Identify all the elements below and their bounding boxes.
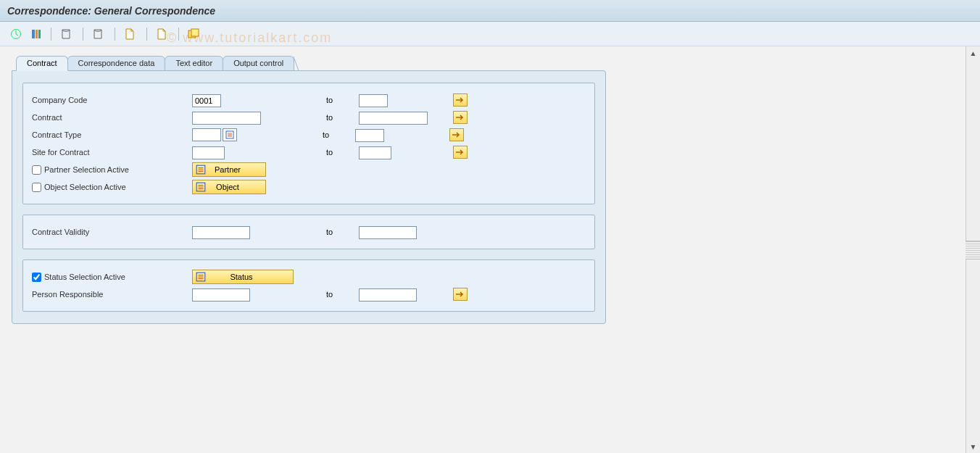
label-person-responsible: Person Responsible: [29, 290, 192, 299]
tab-contract[interactable]: Contract: [16, 56, 68, 71]
status-selection-active-check[interactable]: Status Selection Active: [29, 273, 192, 282]
site-multiselect[interactable]: [453, 146, 468, 159]
selection-icon: [196, 182, 206, 192]
validity-to[interactable]: [359, 226, 417, 239]
label-to: to: [326, 113, 359, 122]
label-contract: Contract: [29, 113, 192, 122]
last-log-button[interactable]: [57, 27, 77, 41]
execute-button[interactable]: [7, 27, 25, 41]
contract-multiselect[interactable]: [453, 111, 468, 124]
page-title: Correspondence: General Correspondence: [7, 5, 215, 17]
contract-type-help-button[interactable]: [223, 128, 237, 141]
contract-type-to[interactable]: [355, 129, 384, 142]
partner-button[interactable]: Partner: [192, 162, 266, 177]
toolbar-separator: [146, 28, 147, 41]
validity-from[interactable]: [192, 226, 250, 239]
company-code-from[interactable]: [192, 94, 221, 107]
partner-selection-active-check[interactable]: Partner Selection Active: [29, 165, 192, 175]
label-to: to: [326, 290, 359, 299]
group-validity: Contract Validity to: [22, 215, 595, 249]
last-doc-creation-button[interactable]: [121, 27, 141, 41]
status-button[interactable]: Status: [192, 270, 294, 284]
status-selection-checkbox[interactable]: [32, 273, 41, 282]
main-content: Contract Correspondence data Text editor…: [0, 46, 964, 453]
overview-log-button[interactable]: [89, 27, 109, 41]
contract-to[interactable]: [359, 112, 428, 125]
contract-panel: Company Code to Contract to Contract Typ…: [12, 70, 606, 324]
selection-via-sets-button[interactable]: [185, 27, 204, 41]
label-contract-type: Contract Type: [29, 130, 192, 139]
selection-icon: [196, 165, 206, 175]
tabstrip: Contract Correspondence data Text editor…: [16, 54, 964, 71]
app-toolbar: [0, 22, 980, 46]
object-selection-active-check[interactable]: Object Selection Active: [29, 183, 192, 192]
svg-rect-2: [36, 30, 38, 38]
scroll-down-icon[interactable]: ▼: [966, 440, 980, 453]
object-button[interactable]: Object: [192, 180, 266, 194]
group-contract-selection: Company Code to Contract to Contract Typ…: [22, 83, 595, 204]
site-to[interactable]: [359, 146, 391, 159]
contract-from[interactable]: [192, 112, 261, 125]
contract-type-from[interactable]: [192, 128, 221, 141]
tab-correspondence-data[interactable]: Correspondence data: [67, 56, 166, 71]
toolbar-separator: [51, 28, 51, 41]
object-selection-checkbox[interactable]: [32, 183, 41, 192]
label-site: Site for Contract: [29, 148, 192, 157]
overview-doc-button[interactable]: [153, 27, 173, 41]
site-from[interactable]: [192, 146, 225, 159]
svg-rect-1: [32, 30, 35, 38]
label-to: to: [326, 96, 359, 104]
label-to: to: [326, 228, 359, 236]
label-contract-validity: Contract Validity: [29, 228, 192, 236]
person-multiselect[interactable]: [453, 288, 468, 301]
contract-type-multiselect[interactable]: [449, 128, 464, 141]
toolbar-separator: [83, 28, 83, 41]
label-to: to: [323, 130, 355, 139]
toolbar-separator: [115, 28, 115, 41]
vertical-scrollbar[interactable]: ▲ ▼: [966, 46, 980, 453]
scroll-up-icon[interactable]: ▲: [966, 46, 980, 59]
scroll-grip-icon[interactable]: [966, 241, 980, 259]
company-code-multiselect[interactable]: [453, 93, 468, 107]
label-company-code: Company Code: [29, 96, 192, 104]
svg-rect-3: [38, 30, 41, 38]
svg-rect-5: [191, 29, 199, 36]
variant-button[interactable]: [28, 27, 45, 41]
tab-output-control[interactable]: Output control: [223, 56, 294, 71]
selection-icon: [196, 272, 206, 282]
company-code-to[interactable]: [359, 94, 388, 107]
tab-text-editor[interactable]: Text editor: [165, 56, 223, 71]
group-status: Status Selection Active Status Person Re…: [22, 259, 595, 312]
toolbar-separator: [178, 28, 179, 41]
title-bar: Correspondence: General Correspondence: [0, 0, 980, 22]
person-to[interactable]: [359, 288, 417, 302]
person-from[interactable]: [192, 288, 250, 302]
partner-selection-checkbox[interactable]: [32, 165, 41, 175]
label-to: to: [326, 148, 359, 157]
